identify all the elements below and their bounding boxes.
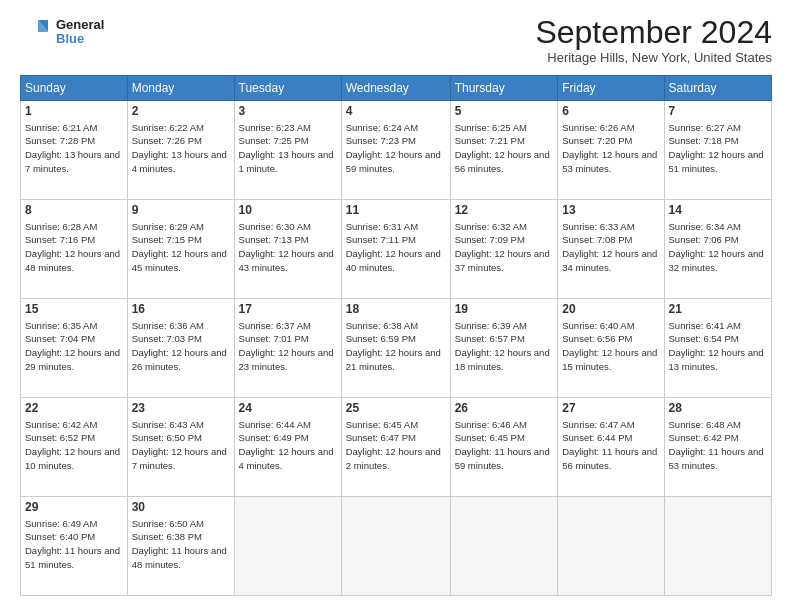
- cell-info: Sunrise: 6:40 AMSunset: 6:56 PMDaylight:…: [562, 320, 657, 372]
- cell-info: Sunrise: 6:22 AMSunset: 7:26 PMDaylight:…: [132, 122, 227, 174]
- logo-text-general: General: [56, 18, 104, 32]
- cell-info: Sunrise: 6:43 AMSunset: 6:50 PMDaylight:…: [132, 419, 227, 471]
- calendar-week-0: 1 Sunrise: 6:21 AMSunset: 7:28 PMDayligh…: [21, 101, 772, 200]
- day-number: 16: [132, 302, 230, 318]
- day-number: 9: [132, 203, 230, 219]
- day-number: 7: [669, 104, 767, 120]
- day-number: 22: [25, 401, 123, 417]
- cell-info: Sunrise: 6:34 AMSunset: 7:06 PMDaylight:…: [669, 221, 764, 273]
- day-number: 25: [346, 401, 446, 417]
- calendar-cell: 30 Sunrise: 6:50 AMSunset: 6:38 PMDaylig…: [127, 497, 234, 596]
- day-number: 23: [132, 401, 230, 417]
- calendar-cell: 12 Sunrise: 6:32 AMSunset: 7:09 PMDaylig…: [450, 200, 558, 299]
- cell-info: Sunrise: 6:41 AMSunset: 6:54 PMDaylight:…: [669, 320, 764, 372]
- cell-info: Sunrise: 6:36 AMSunset: 7:03 PMDaylight:…: [132, 320, 227, 372]
- cell-info: Sunrise: 6:31 AMSunset: 7:11 PMDaylight:…: [346, 221, 441, 273]
- day-number: 3: [239, 104, 337, 120]
- calendar-cell: 11 Sunrise: 6:31 AMSunset: 7:11 PMDaylig…: [341, 200, 450, 299]
- cell-info: Sunrise: 6:28 AMSunset: 7:16 PMDaylight:…: [25, 221, 120, 273]
- cell-info: Sunrise: 6:38 AMSunset: 6:59 PMDaylight:…: [346, 320, 441, 372]
- calendar-table: SundayMondayTuesdayWednesdayThursdayFrid…: [20, 75, 772, 596]
- day-number: 24: [239, 401, 337, 417]
- day-number: 29: [25, 500, 123, 516]
- day-number: 4: [346, 104, 446, 120]
- day-number: 27: [562, 401, 659, 417]
- calendar-cell: 17 Sunrise: 6:37 AMSunset: 7:01 PMDaylig…: [234, 299, 341, 398]
- calendar-cell: 25 Sunrise: 6:45 AMSunset: 6:47 PMDaylig…: [341, 398, 450, 497]
- cell-info: Sunrise: 6:32 AMSunset: 7:09 PMDaylight:…: [455, 221, 550, 273]
- cell-info: Sunrise: 6:21 AMSunset: 7:28 PMDaylight:…: [25, 122, 120, 174]
- cell-info: Sunrise: 6:48 AMSunset: 6:42 PMDaylight:…: [669, 419, 764, 471]
- cell-info: Sunrise: 6:46 AMSunset: 6:45 PMDaylight:…: [455, 419, 550, 471]
- title-block: September 2024 Heritage Hills, New York,…: [535, 16, 772, 65]
- day-number: 11: [346, 203, 446, 219]
- day-number: 12: [455, 203, 554, 219]
- calendar-cell: [558, 497, 664, 596]
- calendar-cell: 23 Sunrise: 6:43 AMSunset: 6:50 PMDaylig…: [127, 398, 234, 497]
- day-number: 1: [25, 104, 123, 120]
- calendar-week-3: 22 Sunrise: 6:42 AMSunset: 6:52 PMDaylig…: [21, 398, 772, 497]
- cell-info: Sunrise: 6:25 AMSunset: 7:21 PMDaylight:…: [455, 122, 550, 174]
- cell-info: Sunrise: 6:27 AMSunset: 7:18 PMDaylight:…: [669, 122, 764, 174]
- day-number: 17: [239, 302, 337, 318]
- calendar-cell: [664, 497, 771, 596]
- calendar-cell: 1 Sunrise: 6:21 AMSunset: 7:28 PMDayligh…: [21, 101, 128, 200]
- calendar-header-sunday: Sunday: [21, 76, 128, 101]
- calendar-cell: [234, 497, 341, 596]
- calendar-cell: 21 Sunrise: 6:41 AMSunset: 6:54 PMDaylig…: [664, 299, 771, 398]
- cell-info: Sunrise: 6:47 AMSunset: 6:44 PMDaylight:…: [562, 419, 657, 471]
- header: General Blue September 2024 Heritage Hil…: [20, 16, 772, 65]
- calendar-week-2: 15 Sunrise: 6:35 AMSunset: 7:04 PMDaylig…: [21, 299, 772, 398]
- day-number: 5: [455, 104, 554, 120]
- calendar-week-1: 8 Sunrise: 6:28 AMSunset: 7:16 PMDayligh…: [21, 200, 772, 299]
- cell-info: Sunrise: 6:49 AMSunset: 6:40 PMDaylight:…: [25, 518, 120, 570]
- day-number: 15: [25, 302, 123, 318]
- calendar-header-monday: Monday: [127, 76, 234, 101]
- day-number: 19: [455, 302, 554, 318]
- calendar-cell: 13 Sunrise: 6:33 AMSunset: 7:08 PMDaylig…: [558, 200, 664, 299]
- calendar-cell: 14 Sunrise: 6:34 AMSunset: 7:06 PMDaylig…: [664, 200, 771, 299]
- cell-info: Sunrise: 6:50 AMSunset: 6:38 PMDaylight:…: [132, 518, 227, 570]
- calendar-header-friday: Friday: [558, 76, 664, 101]
- calendar-cell: 28 Sunrise: 6:48 AMSunset: 6:42 PMDaylig…: [664, 398, 771, 497]
- calendar-cell: 20 Sunrise: 6:40 AMSunset: 6:56 PMDaylig…: [558, 299, 664, 398]
- location: Heritage Hills, New York, United States: [535, 50, 772, 65]
- calendar-header-thursday: Thursday: [450, 76, 558, 101]
- calendar-cell: 18 Sunrise: 6:38 AMSunset: 6:59 PMDaylig…: [341, 299, 450, 398]
- day-number: 28: [669, 401, 767, 417]
- day-number: 20: [562, 302, 659, 318]
- cell-info: Sunrise: 6:23 AMSunset: 7:25 PMDaylight:…: [239, 122, 334, 174]
- cell-info: Sunrise: 6:24 AMSunset: 7:23 PMDaylight:…: [346, 122, 441, 174]
- cell-info: Sunrise: 6:35 AMSunset: 7:04 PMDaylight:…: [25, 320, 120, 372]
- calendar-cell: 15 Sunrise: 6:35 AMSunset: 7:04 PMDaylig…: [21, 299, 128, 398]
- calendar-cell: 19 Sunrise: 6:39 AMSunset: 6:57 PMDaylig…: [450, 299, 558, 398]
- logo-svg: [20, 16, 52, 48]
- cell-info: Sunrise: 6:42 AMSunset: 6:52 PMDaylight:…: [25, 419, 120, 471]
- cell-info: Sunrise: 6:30 AMSunset: 7:13 PMDaylight:…: [239, 221, 334, 273]
- calendar-header-tuesday: Tuesday: [234, 76, 341, 101]
- day-number: 6: [562, 104, 659, 120]
- cell-info: Sunrise: 6:29 AMSunset: 7:15 PMDaylight:…: [132, 221, 227, 273]
- cell-info: Sunrise: 6:44 AMSunset: 6:49 PMDaylight:…: [239, 419, 334, 471]
- day-number: 10: [239, 203, 337, 219]
- logo: General Blue: [20, 16, 104, 48]
- calendar-cell: 16 Sunrise: 6:36 AMSunset: 7:03 PMDaylig…: [127, 299, 234, 398]
- day-number: 14: [669, 203, 767, 219]
- calendar-cell: 8 Sunrise: 6:28 AMSunset: 7:16 PMDayligh…: [21, 200, 128, 299]
- calendar-cell: [341, 497, 450, 596]
- cell-info: Sunrise: 6:33 AMSunset: 7:08 PMDaylight:…: [562, 221, 657, 273]
- day-number: 8: [25, 203, 123, 219]
- calendar-header-saturday: Saturday: [664, 76, 771, 101]
- month-title: September 2024: [535, 16, 772, 48]
- calendar-cell: 2 Sunrise: 6:22 AMSunset: 7:26 PMDayligh…: [127, 101, 234, 200]
- day-number: 21: [669, 302, 767, 318]
- calendar-cell: 27 Sunrise: 6:47 AMSunset: 6:44 PMDaylig…: [558, 398, 664, 497]
- calendar-cell: 9 Sunrise: 6:29 AMSunset: 7:15 PMDayligh…: [127, 200, 234, 299]
- calendar-cell: 3 Sunrise: 6:23 AMSunset: 7:25 PMDayligh…: [234, 101, 341, 200]
- calendar-header-row: SundayMondayTuesdayWednesdayThursdayFrid…: [21, 76, 772, 101]
- cell-info: Sunrise: 6:37 AMSunset: 7:01 PMDaylight:…: [239, 320, 334, 372]
- day-number: 26: [455, 401, 554, 417]
- page: General Blue September 2024 Heritage Hil…: [0, 0, 792, 612]
- calendar-cell: 6 Sunrise: 6:26 AMSunset: 7:20 PMDayligh…: [558, 101, 664, 200]
- calendar-cell: 4 Sunrise: 6:24 AMSunset: 7:23 PMDayligh…: [341, 101, 450, 200]
